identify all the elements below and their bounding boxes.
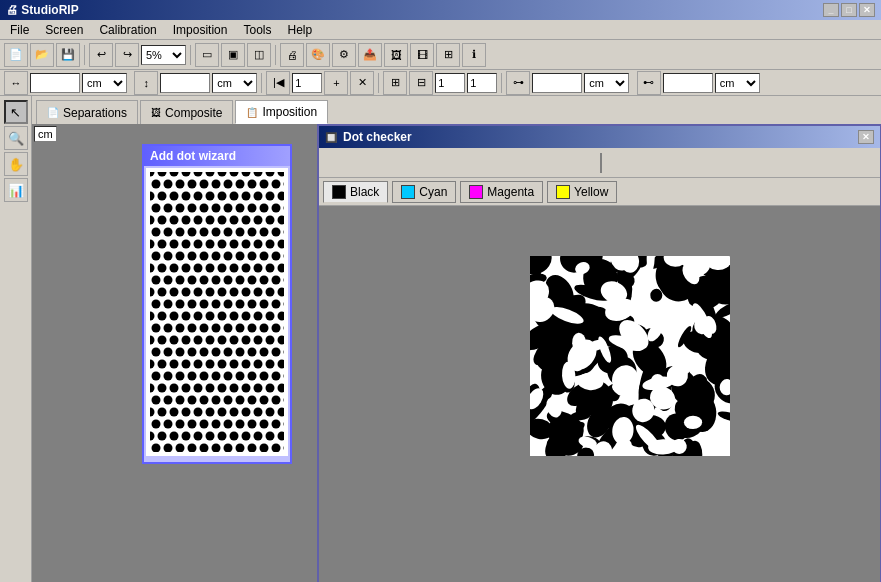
tabs-bar: 📄 Separations 🖼 Composite 📋 Imposition — [32, 96, 881, 124]
wizard-panel: Add dot wizard — [142, 144, 292, 464]
toolbar2-sep3 — [501, 73, 502, 93]
toolbar2-sep — [261, 73, 262, 93]
wizard-title-text: Add dot wizard — [150, 149, 236, 163]
tab-separations-label: Separations — [63, 106, 127, 120]
toolbar2-sep2 — [378, 73, 379, 93]
settings-button[interactable]: ⚙ — [332, 43, 356, 67]
left-toolbar: ↖ 🔍 ✋ 📊 — [0, 96, 32, 582]
dot-checker-title-text: Dot checker — [343, 130, 412, 144]
menu-tools[interactable]: Tools — [235, 21, 279, 39]
film-button[interactable]: 🎞 — [410, 43, 434, 67]
menu-imposition[interactable]: Imposition — [165, 21, 236, 39]
menu-help[interactable]: Help — [279, 21, 320, 39]
dot-checker-icon: 🔲 — [325, 132, 337, 143]
y-icon: ⊷ — [637, 71, 661, 95]
color-tab-magenta-label: Magenta — [487, 185, 534, 199]
tab-imposition[interactable]: 📋 Imposition — [235, 100, 328, 124]
color-tab-black[interactable]: Black — [323, 181, 388, 203]
tool-chart[interactable]: 📊 — [4, 178, 28, 202]
dot-checker-title-bar: 🔲 Dot checker ✕ — [319, 126, 880, 148]
toolbar-separator-3 — [275, 45, 276, 65]
dot-checker-preview — [530, 256, 730, 456]
image-button[interactable]: 🖼 — [384, 43, 408, 67]
redo-button[interactable]: ↪ — [115, 43, 139, 67]
black-swatch — [332, 185, 346, 199]
app-title: StudioRIP — [21, 3, 78, 17]
zoom-select[interactable]: 5% — [141, 45, 186, 65]
tool-pan[interactable]: ✋ — [4, 152, 28, 176]
width-icon: ↔ — [4, 71, 28, 95]
color-tab-black-label: Black — [350, 185, 379, 199]
close-button[interactable]: ✕ — [859, 3, 875, 17]
height-input[interactable] — [160, 73, 210, 93]
page-val2[interactable] — [467, 73, 497, 93]
separations-icon: 📄 — [47, 107, 59, 118]
toolbar-separator-2 — [190, 45, 191, 65]
dot-checker-window: 🔲 Dot checker ✕ Black Cyan — [317, 124, 881, 582]
x-input[interactable] — [532, 73, 582, 93]
page-layout[interactable]: ⊞ — [383, 71, 407, 95]
cyan-swatch — [401, 185, 415, 199]
y-input[interactable] — [663, 73, 713, 93]
color-tab-cyan[interactable]: Cyan — [392, 181, 456, 203]
magenta-swatch — [469, 185, 483, 199]
menu-screen[interactable]: Screen — [37, 21, 91, 39]
unit-label: cm — [34, 126, 57, 142]
height-unit[interactable]: cm — [212, 73, 257, 93]
color-tabs: Black Cyan Magenta Yellow — [319, 178, 880, 206]
title-bar: 🖨 StudioRIP _ □ ✕ — [0, 0, 881, 20]
new-button[interactable]: 📄 — [4, 43, 28, 67]
tool-zoom[interactable]: 🔍 — [4, 126, 28, 150]
page-layout2[interactable]: ⊟ — [409, 71, 433, 95]
page-val1[interactable] — [435, 73, 465, 93]
wizard-preview-canvas — [150, 172, 284, 452]
menu-file[interactable]: File — [2, 21, 37, 39]
yellow-swatch — [556, 185, 570, 199]
width-unit[interactable]: cm — [82, 73, 127, 93]
tool-select[interactable]: ↖ — [4, 100, 28, 124]
wizard-title: Add dot wizard — [144, 146, 290, 166]
tb-btn-square1[interactable]: ▭ — [195, 43, 219, 67]
color-tab-yellow-label: Yellow — [574, 185, 608, 199]
content-body: cm Add dot wizard 🔲 Dot checker ✕ — [32, 124, 881, 582]
color-tab-magenta[interactable]: Magenta — [460, 181, 543, 203]
page-nav-first[interactable]: |◀ — [266, 71, 290, 95]
height-icon: ↕ — [134, 71, 158, 95]
menu-bar: File Screen Calibration Imposition Tools… — [0, 20, 881, 40]
tab-separations[interactable]: 📄 Separations — [36, 100, 138, 124]
tab-composite[interactable]: 🖼 Composite — [140, 100, 233, 124]
composite-icon: 🖼 — [151, 107, 161, 118]
color-tab-yellow[interactable]: Yellow — [547, 181, 617, 203]
tab-composite-label: Composite — [165, 106, 222, 120]
angle-line — [600, 153, 602, 173]
tb-btn-square2[interactable]: ▣ — [221, 43, 245, 67]
angle-indicator — [319, 148, 880, 178]
save-button[interactable]: 💾 — [56, 43, 80, 67]
page-remove[interactable]: ✕ — [350, 71, 374, 95]
toolbar-separator-1 — [84, 45, 85, 65]
info-button[interactable]: ℹ — [462, 43, 486, 67]
window-controls: _ □ ✕ — [823, 3, 875, 17]
open-button[interactable]: 📂 — [30, 43, 54, 67]
undo-button[interactable]: ↩ — [89, 43, 113, 67]
dot-checker-close[interactable]: ✕ — [858, 130, 874, 144]
print-button[interactable]: 🖨 — [280, 43, 304, 67]
app-icon: 🖨 — [6, 3, 18, 17]
page-number[interactable] — [292, 73, 322, 93]
width-input[interactable] — [30, 73, 80, 93]
y-unit[interactable]: cm — [715, 73, 760, 93]
color-button[interactable]: 🎨 — [306, 43, 330, 67]
maximize-button[interactable]: □ — [841, 3, 857, 17]
tb-btn-square3[interactable]: ◫ — [247, 43, 271, 67]
minimize-button[interactable]: _ — [823, 3, 839, 17]
dot-display-area — [319, 206, 880, 582]
menu-calibration[interactable]: Calibration — [91, 21, 164, 39]
color-tab-cyan-label: Cyan — [419, 185, 447, 199]
grid-button[interactable]: ⊞ — [436, 43, 460, 67]
page-add[interactable]: + — [324, 71, 348, 95]
export-button[interactable]: 📤 — [358, 43, 382, 67]
x-unit[interactable]: cm — [584, 73, 629, 93]
toolbar-row2: ↔ cm ↕ cm |◀ + ✕ ⊞ ⊟ ⊶ cm ⊷ cm — [0, 70, 881, 96]
tab-imposition-label: Imposition — [262, 105, 317, 119]
x-icon: ⊶ — [506, 71, 530, 95]
